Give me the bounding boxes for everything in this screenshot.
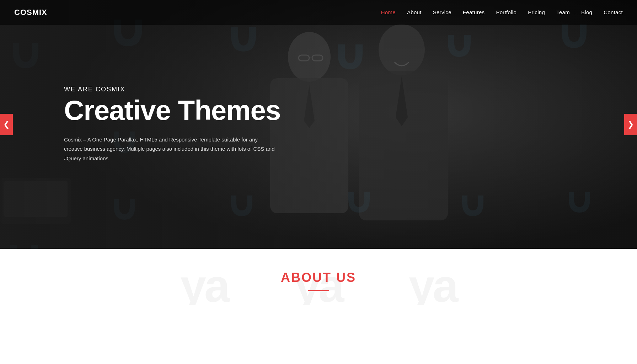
nav-link-features[interactable]: Features	[463, 9, 485, 15]
about-title-accent: US	[336, 270, 356, 285]
slider-next-button[interactable]: ❯	[624, 114, 637, 135]
nav-item-features[interactable]: Features	[463, 9, 485, 16]
nav-link-team[interactable]: Team	[556, 9, 570, 15]
hero-title: Creative Themes	[64, 96, 280, 125]
hero-content: WE ARE COSMIX Creative Themes Cosmix – A…	[0, 86, 280, 163]
nav-link-blog[interactable]: Blog	[581, 9, 592, 15]
brand-logo[interactable]: COSMIX	[14, 8, 47, 17]
nav-item-about[interactable]: About	[407, 9, 422, 16]
nav-link-contact[interactable]: Contact	[604, 9, 623, 15]
nav-item-home[interactable]: Home	[381, 9, 396, 16]
nav-link-service[interactable]: Service	[433, 9, 451, 15]
nav-item-portfolio[interactable]: Portfolio	[496, 9, 516, 16]
nav-item-pricing[interactable]: Pricing	[528, 9, 545, 16]
nav-menu: Home About Service Features Portfolio Pr…	[381, 9, 623, 16]
about-underline	[308, 290, 329, 291]
nav-item-contact[interactable]: Contact	[604, 9, 623, 16]
nav-link-about[interactable]: About	[407, 9, 422, 15]
about-title: ABOUT US	[0, 270, 637, 285]
navbar: COSMIX Home About Service Features Portf…	[0, 0, 637, 25]
nav-link-pricing[interactable]: Pricing	[528, 9, 545, 15]
slider-prev-button[interactable]: ❮	[0, 114, 13, 135]
nav-link-home[interactable]: Home	[381, 9, 396, 15]
nav-item-team[interactable]: Team	[556, 9, 570, 16]
nav-link-portfolio[interactable]: Portfolio	[496, 9, 516, 15]
about-title-main: ABOUT	[281, 270, 336, 285]
hero-description: Cosmix – A One Page Parallax, HTML5 and …	[64, 135, 277, 163]
nav-item-blog[interactable]: Blog	[581, 9, 592, 16]
about-section: ya ya ya ABOUT US	[0, 249, 637, 305]
nav-item-service[interactable]: Service	[433, 9, 451, 16]
hero-subtitle: WE ARE COSMIX	[64, 86, 280, 93]
hero-section: ❮ WE ARE COSMIX Creative Themes Cosmix –…	[0, 0, 637, 249]
